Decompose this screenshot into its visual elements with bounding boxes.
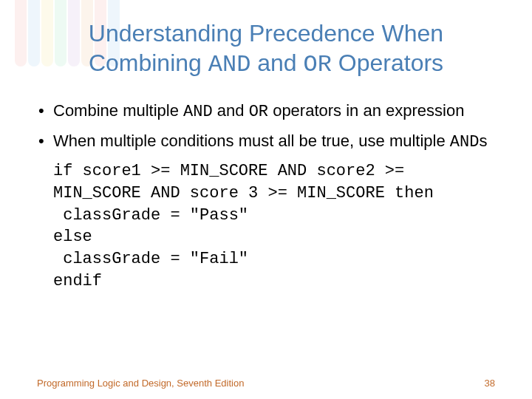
title-line2-prefix: Combining xyxy=(89,50,208,76)
code-line-1: if score1 >= MIN_SCORE AND score2 >= MIN… xyxy=(53,160,495,204)
bullet-2: When multiple conditions must all be tru… xyxy=(37,131,495,154)
slide-title: Understanding Precedence When Combining … xyxy=(37,18,495,80)
bullet-2-text-b: s xyxy=(479,132,487,150)
bullet-1-text-c: operators in an expression xyxy=(268,101,464,120)
bullet-1-mono-b: OR xyxy=(249,103,268,121)
page-number: 38 xyxy=(485,378,495,389)
title-mid: and xyxy=(250,50,303,76)
bullet-1-mono-a: AND xyxy=(183,103,213,121)
bullet-1-text-a: Combine multiple xyxy=(53,101,183,120)
bullet-1: Combine multiple AND and OR operators in… xyxy=(37,100,495,123)
code-line-4: classGrade = "Fail" xyxy=(53,248,495,270)
content-area: Combine multiple AND and OR operators in… xyxy=(37,100,495,292)
footer-text: Programming Logic and Design, Seventh Ed… xyxy=(37,378,244,389)
title-line1: Understanding Precedence When xyxy=(89,20,443,47)
footer: Programming Logic and Design, Seventh Ed… xyxy=(37,378,495,389)
code-line-5: endif xyxy=(53,270,495,293)
title-suffix: Operators xyxy=(332,50,443,76)
bullet-2-text-a: When multiple conditions must all be tru… xyxy=(53,132,450,150)
title-or: OR xyxy=(304,51,332,78)
slide: Understanding Precedence When Combining … xyxy=(0,0,532,399)
bullet-1-text-b: and xyxy=(213,101,249,120)
code-line-3: else xyxy=(53,226,495,248)
code-line-2: classGrade = "Pass" xyxy=(53,205,495,227)
code-block: if score1 >= MIN_SCORE AND score2 >= MIN… xyxy=(37,160,495,292)
bullet-2-mono-a: AND xyxy=(450,133,480,151)
title-and: AND xyxy=(208,51,251,78)
